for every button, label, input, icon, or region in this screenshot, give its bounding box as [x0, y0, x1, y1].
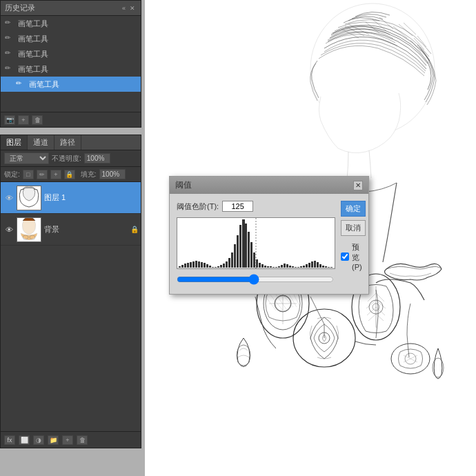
- lock-position-btn[interactable]: +: [50, 170, 61, 179]
- svg-rect-37: [220, 265, 222, 268]
- layer-1-visibility[interactable]: 👁: [4, 193, 14, 203]
- svg-rect-39: [226, 261, 228, 268]
- svg-rect-29: [198, 261, 200, 268]
- layers-panel: 图层 通道 路径 正常 不透明度: 锁定: □ ✏ + 🔒 填充: 👁: [0, 135, 141, 448]
- svg-rect-27: [192, 261, 195, 268]
- threshold-confirm-btn[interactable]: 确定: [341, 201, 366, 217]
- threshold-value-row: 阈值色阶(T):: [177, 201, 335, 212]
- history-item-4[interactable]: ✏ 画笔工具: [1, 61, 141, 77]
- history-item-3[interactable]: ✏ 画笔工具: [1, 46, 141, 61]
- svg-rect-36: [217, 266, 219, 268]
- threshold-cancel-btn[interactable]: 取消: [341, 220, 366, 236]
- history-panel-title-text: 历史记录: [5, 3, 35, 13]
- threshold-preview-checkbox[interactable]: [341, 252, 349, 261]
- tab-paths[interactable]: 路径: [54, 135, 81, 150]
- svg-rect-71: [314, 261, 316, 268]
- threshold-input[interactable]: [222, 201, 253, 212]
- layer-bg-lock-icon: 🔒: [130, 226, 137, 234]
- svg-rect-72: [317, 262, 319, 268]
- svg-rect-24: [184, 264, 186, 268]
- svg-rect-74: [322, 266, 324, 268]
- layer-item-bg[interactable]: 👁 背景 🔒: [1, 214, 141, 246]
- svg-rect-70: [311, 261, 313, 268]
- svg-rect-42: [234, 244, 236, 268]
- svg-rect-61: [286, 264, 288, 268]
- history-snapshot-btn[interactable]: 📷: [4, 115, 15, 125]
- layers-panel-footer: fx ⬜ ◑ 📁 + 🗑: [1, 431, 141, 448]
- opacity-label: 不透明度:: [52, 154, 81, 163]
- tab-layers[interactable]: 图层: [1, 135, 28, 150]
- brush-icon-1: ✏: [5, 19, 14, 28]
- layer-mask-btn[interactable]: ⬜: [19, 435, 30, 445]
- svg-rect-69: [308, 263, 310, 268]
- svg-rect-38: [223, 264, 225, 268]
- svg-rect-28: [195, 261, 197, 268]
- layer-1-thumbnail: [17, 186, 41, 210]
- lock-image-btn[interactable]: ✏: [37, 170, 48, 179]
- svg-rect-41: [231, 252, 233, 268]
- svg-rect-40: [228, 258, 230, 268]
- layer-bg-thumbnail: [17, 217, 41, 242]
- threshold-dialog-right: 确定 取消 预览(P): [341, 201, 366, 287]
- svg-rect-60: [284, 264, 286, 268]
- layers-lock-toolbar: 锁定: □ ✏ + 🔒 填充:: [1, 167, 141, 182]
- opacity-input[interactable]: [84, 153, 110, 163]
- svg-rect-49: [253, 252, 255, 268]
- svg-rect-63: [292, 266, 294, 268]
- layer-delete-btn[interactable]: 🗑: [77, 435, 88, 445]
- svg-rect-53: [264, 266, 266, 268]
- blend-mode-select[interactable]: 正常: [4, 152, 49, 164]
- history-item-1[interactable]: ✏ 画笔工具: [1, 16, 141, 31]
- history-menu-btn[interactable]: ✕: [128, 5, 137, 12]
- svg-rect-68: [306, 264, 308, 268]
- svg-rect-23: [181, 265, 184, 268]
- history-item-5[interactable]: ✏ 画笔工具: [1, 77, 141, 92]
- history-panel: 历史记录 « ✕ ✏ 画笔工具 ✏ 画笔工具 ✏ 画笔工具 ✏ 画笔工具 ✏ 画…: [0, 0, 141, 128]
- svg-rect-75: [325, 266, 327, 268]
- svg-rect-26: [190, 262, 192, 268]
- history-active-indicator: [3, 80, 11, 88]
- threshold-preview-row: 预览(P): [341, 242, 366, 271]
- fill-input[interactable]: [99, 169, 126, 179]
- layer-1-name: 图层 1: [44, 192, 137, 203]
- tab-channels[interactable]: 通道: [28, 135, 54, 150]
- brush-icon-3: ✏: [5, 49, 14, 59]
- svg-rect-33: [209, 266, 211, 268]
- svg-rect-66: [300, 266, 302, 268]
- history-panel-controls: « ✕: [121, 5, 137, 12]
- threshold-dialog-left: 阈值色阶(T):: [177, 201, 335, 287]
- svg-rect-31: [204, 263, 206, 268]
- layer-bg-visibility[interactable]: 👁: [4, 225, 14, 235]
- layers-tabs: 图层 通道 路径: [1, 135, 141, 150]
- history-delete-btn[interactable]: 🗑: [32, 115, 43, 125]
- layer-new-btn[interactable]: +: [62, 435, 73, 445]
- history-newstate-btn[interactable]: +: [18, 115, 29, 125]
- svg-rect-67: [303, 266, 305, 268]
- layer-group-btn[interactable]: 📁: [48, 435, 59, 445]
- layer-adjustment-btn[interactable]: ◑: [33, 435, 44, 445]
- svg-rect-47: [248, 232, 250, 268]
- svg-rect-62: [289, 266, 291, 268]
- fill-label: 填充:: [81, 170, 97, 179]
- layer-item-1[interactable]: 👁 图层 1: [1, 182, 141, 214]
- lock-all-btn[interactable]: 🔒: [64, 170, 75, 179]
- svg-rect-43: [237, 235, 239, 268]
- layers-blend-toolbar: 正常 不透明度:: [1, 150, 141, 167]
- svg-rect-73: [319, 264, 321, 268]
- threshold-dialog-close-btn[interactable]: ✕: [353, 181, 363, 190]
- svg-rect-32: [206, 264, 208, 268]
- brush-icon-5: ✏: [16, 79, 26, 89]
- history-collapse-btn[interactable]: «: [121, 5, 127, 12]
- lock-transparent-btn[interactable]: □: [23, 170, 34, 179]
- svg-rect-44: [239, 225, 241, 268]
- brush-icon-4: ✏: [5, 64, 14, 74]
- layer-bg-name: 背景: [44, 224, 128, 235]
- svg-rect-48: [250, 242, 252, 268]
- threshold-slider[interactable]: [177, 274, 334, 285]
- history-item-2[interactable]: ✏ 画笔工具: [1, 31, 141, 46]
- layer-fx-btn[interactable]: fx: [4, 435, 15, 445]
- history-panel-footer: 📷 + 🗑: [1, 112, 141, 127]
- histogram-container: [177, 217, 335, 269]
- lock-label: 锁定:: [4, 170, 20, 179]
- svg-rect-45: [242, 219, 245, 268]
